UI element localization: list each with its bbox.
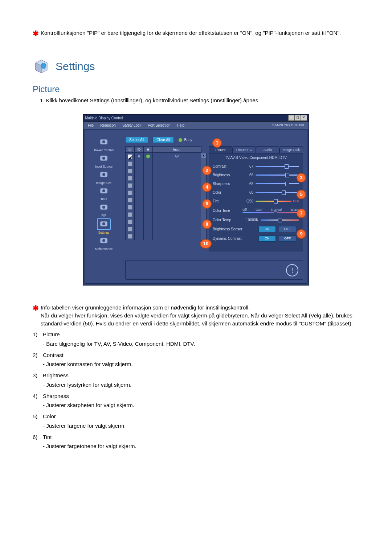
minimize-icon[interactable]: _: [288, 115, 295, 121]
menu-port-selection[interactable]: Port Selection: [148, 123, 170, 127]
row-input: [153, 225, 201, 233]
sidebar: Power ControlInput SourceImage SizeTimeP…: [87, 137, 120, 251]
row-checkbox[interactable]: [128, 205, 132, 210]
table-row[interactable]: ✔0AV: [126, 153, 201, 160]
callout-8: 8: [202, 219, 212, 229]
busy-dot-icon: [178, 138, 183, 142]
menu-help[interactable]: Help: [177, 123, 184, 127]
tone-opt-cool[interactable]: Cool: [256, 208, 262, 212]
brightness-sensor-label: Brightness Sensor: [213, 227, 253, 231]
sidebar-item-time[interactable]: Time: [89, 186, 118, 201]
dynamic-contrast-row: Dynamic Contrast ON OFF: [213, 234, 299, 243]
list-number: 1): [33, 330, 43, 348]
col-checkbox: ☑: [126, 147, 135, 152]
toolbar: Select All Clear All Busy: [125, 137, 192, 143]
svg-rect-3: [42, 63, 45, 64]
callout-2: 2: [202, 166, 212, 175]
row-id: 0: [135, 153, 144, 160]
color-temp-label: Color Temp: [213, 218, 242, 222]
row-id: [135, 196, 144, 204]
sidebar-item-power-control[interactable]: Power Control: [89, 137, 118, 152]
table-row[interactable]: [126, 218, 201, 225]
table-row[interactable]: [126, 189, 201, 196]
row-checkbox[interactable]: ✔: [128, 154, 132, 159]
sharpness-slider[interactable]: [256, 182, 299, 185]
row-checkbox[interactable]: [128, 227, 132, 231]
brightness-slider[interactable]: [256, 173, 299, 177]
callout-6: 6: [202, 199, 212, 209]
row-input: [153, 175, 201, 182]
sidebar-item-maintenance[interactable]: Maintenance: [89, 235, 118, 251]
contrast-slider[interactable]: [256, 164, 299, 168]
close-icon[interactable]: ×: [301, 115, 307, 121]
row-checkbox[interactable]: [128, 169, 132, 173]
table-row[interactable]: [126, 233, 201, 240]
row-checkbox[interactable]: [128, 161, 132, 166]
sidebar-item-settings[interactable]: Settings: [89, 218, 118, 234]
row-checkbox[interactable]: [128, 176, 132, 181]
menu-safety-lock[interactable]: Safety Lock: [122, 123, 141, 127]
tone-opt-off[interactable]: Off: [242, 208, 247, 212]
tint-slider[interactable]: [256, 199, 291, 203]
dynamic-contrast-off-button[interactable]: OFF: [279, 235, 296, 242]
maximize-icon[interactable]: □: [294, 115, 301, 121]
sidebar-item-input-source[interactable]: Input Source: [89, 153, 118, 168]
brightness-sensor-on-button[interactable]: ON: [258, 226, 276, 232]
row-id: [135, 204, 144, 211]
menu-file[interactable]: File: [88, 123, 94, 127]
table-row[interactable]: [126, 204, 201, 211]
table-row[interactable]: [126, 196, 201, 204]
row-checkbox[interactable]: [128, 183, 132, 188]
table-row[interactable]: [126, 167, 201, 175]
color-temp-slider[interactable]: [261, 218, 299, 222]
callout-5: 5: [297, 190, 306, 199]
color-row: Color60: [213, 188, 299, 197]
table-row[interactable]: [126, 211, 201, 218]
clear-all-button[interactable]: Clear All: [152, 137, 174, 143]
brightness-sensor-off-button[interactable]: OFF: [279, 226, 296, 232]
tab-picture-pc[interactable]: Picture PC: [232, 146, 256, 153]
list-title: Tint: [43, 433, 359, 441]
row-checkbox[interactable]: [128, 234, 132, 239]
sidebar-item-label: Time: [89, 197, 118, 201]
sidebar-item-label: PIP: [89, 214, 118, 217]
app-window: Multiple Display Control _ □ × File Remo…: [83, 114, 309, 286]
brightness-row: Brightness68: [213, 171, 299, 179]
svg-point-8: [102, 157, 105, 160]
color-temp-row: Color Temp 10000K: [213, 216, 299, 224]
dynamic-contrast-on-button[interactable]: ON: [258, 235, 276, 242]
table-row[interactable]: [126, 225, 201, 233]
list-desc: - Justerer skarpheten for valgt skjerm.: [43, 401, 359, 409]
table-row[interactable]: [126, 175, 201, 182]
panel-subtitle: TV,AV,S-Video,Component,HDMI,DTV: [213, 156, 299, 160]
row-input: [153, 167, 201, 175]
tone-opt-normal[interactable]: Normal: [271, 208, 282, 212]
list-title: Color: [43, 412, 359, 420]
color-temp-value: 10000K: [242, 218, 261, 222]
sidebar-icon: [97, 186, 110, 197]
section-header: Settings: [33, 58, 359, 75]
color-slider[interactable]: [256, 190, 299, 194]
color-tone-slider[interactable]: [242, 212, 299, 213]
sidebar-item-image-size[interactable]: Image Size: [89, 169, 118, 185]
titlebar: Multiple Display Control _ □ ×: [83, 115, 309, 122]
list-number: 4): [33, 392, 43, 410]
row-checkbox[interactable]: [128, 198, 132, 202]
scroll-up-icon[interactable]: ▲: [201, 153, 206, 158]
row-checkbox[interactable]: [128, 212, 132, 217]
tab-picture[interactable]: Picture: [209, 146, 232, 153]
callout-4: 4: [202, 182, 212, 192]
row-input: [153, 182, 201, 189]
tab-audio[interactable]: Audio: [256, 146, 279, 153]
table-row[interactable]: [126, 160, 201, 167]
row-checkbox[interactable]: [128, 219, 132, 224]
select-all-button[interactable]: Select All: [125, 137, 148, 143]
table-row[interactable]: [126, 182, 201, 189]
info-icon: !: [286, 264, 298, 276]
sidebar-item-pip[interactable]: PIP: [89, 202, 118, 217]
description-list: 1)Picture- Bare tilgjengelig for TV, AV,…: [33, 330, 359, 450]
tab-image-lock[interactable]: Image Lock: [279, 146, 303, 153]
callout-9: 9: [297, 229, 306, 239]
menu-remocon[interactable]: Remocon: [100, 123, 116, 127]
row-checkbox[interactable]: [128, 190, 132, 195]
